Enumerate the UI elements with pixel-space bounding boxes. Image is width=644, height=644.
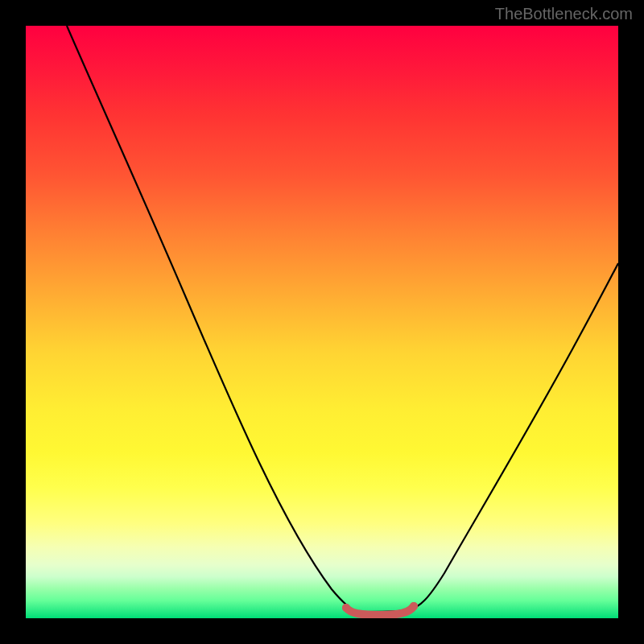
bottleneck-curve [67,26,618,612]
trough-start-dot [342,604,350,612]
plot-area [26,26,618,618]
watermark-text: TheBottleneck.com [495,5,633,23]
chart-container: TheBottleneck.com [0,0,644,644]
trough-marker [346,606,414,615]
curve-layer [26,26,618,618]
trough-end-dot [410,602,418,610]
